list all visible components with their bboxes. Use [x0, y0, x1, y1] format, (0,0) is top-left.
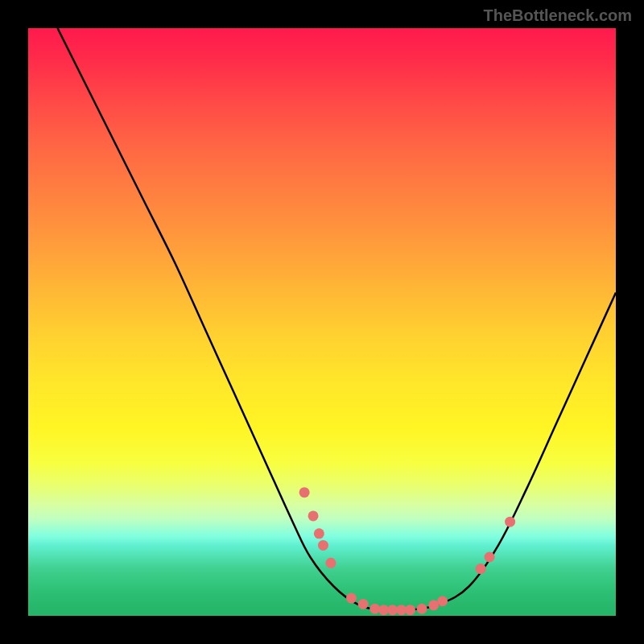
- data-marker: [417, 604, 427, 614]
- data-marker: [299, 487, 310, 497]
- chart-svg: [28, 28, 616, 616]
- data-marker: [346, 593, 357, 604]
- data-markers: [299, 487, 515, 615]
- data-marker: [369, 604, 380, 614]
- data-marker: [485, 552, 495, 563]
- data-marker: [437, 596, 448, 606]
- data-marker: [358, 599, 369, 609]
- data-marker: [318, 540, 328, 551]
- data-marker: [476, 564, 486, 574]
- data-marker: [314, 528, 324, 539]
- data-marker: [505, 517, 515, 527]
- data-marker: [325, 558, 336, 568]
- watermark-text: TheBottleneck.com: [484, 6, 632, 25]
- data-marker: [308, 510, 319, 521]
- bottleneck-curve: [58, 28, 617, 611]
- data-marker: [405, 605, 415, 615]
- chart-plot-area: [28, 28, 616, 616]
